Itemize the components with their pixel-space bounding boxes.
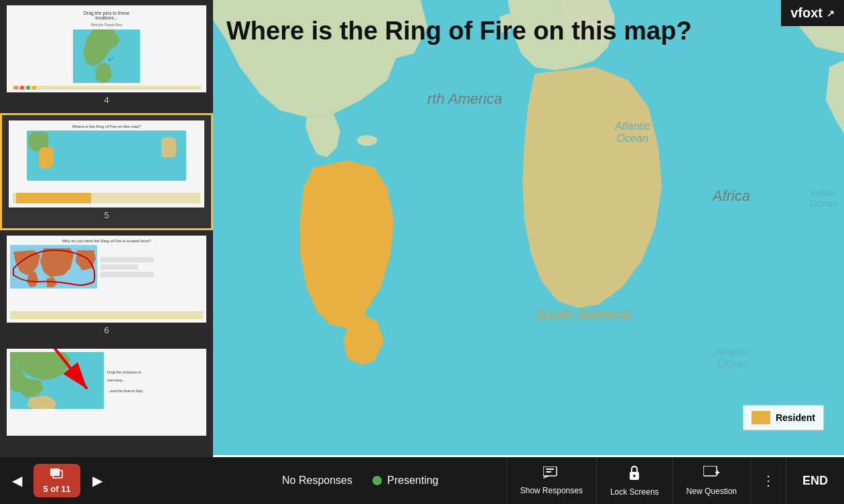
logo-icon: ↗ — [827, 8, 835, 19]
next-slide-button[interactable]: ▶ — [80, 457, 114, 504]
svg-rect-14 — [546, 471, 551, 473]
slide-thumbnail-6: Why do you think the Ring of Fire is loc… — [7, 236, 206, 323]
svg-rect-9 — [50, 469, 60, 476]
slide4-title: Drag the pins to theselocations... — [84, 11, 130, 20]
slide7-number — [7, 436, 206, 441]
slide-icon — [50, 468, 64, 483]
svg-point-1 — [109, 58, 111, 61]
map-legend: Resident — [743, 405, 824, 430]
show-responses-label: Show Responses — [520, 486, 583, 495]
end-button[interactable]: END — [786, 457, 844, 504]
more-icon: ⋮ — [762, 473, 775, 489]
svg-point-8 — [357, 135, 377, 146]
slide-thumbnail-4: Drag the pins to theselocations... Pink … — [7, 5, 206, 92]
slide-item-7[interactable]: Drag the compass to Germany... ...and th… — [0, 343, 213, 446]
new-question-button[interactable]: New Question — [673, 457, 750, 504]
svg-rect-17 — [703, 466, 717, 476]
new-question-label: New Question — [687, 487, 737, 496]
legend-color-swatch — [752, 411, 770, 424]
main-content-area: vfoxt ↗ Where is the Ring of Fire on thi… — [213, 0, 844, 457]
new-question-icon — [703, 466, 719, 484]
logo-text: vfoxt — [790, 5, 823, 21]
slide-item-6[interactable]: Why do you think the Ring of Fire is loc… — [0, 230, 213, 343]
slide-panel: Drag the pins to theselocations... Pink … — [0, 0, 213, 457]
slide5-number: 5 — [9, 207, 204, 223]
question-title: Where is the Ring of Fire on this map? — [213, 7, 764, 56]
slide-counter-button[interactable]: 5 of 11 — [33, 464, 80, 497]
svg-rect-13 — [546, 469, 554, 470]
world-map-svg — [213, 0, 844, 455]
svg-point-16 — [633, 475, 636, 477]
show-responses-icon — [543, 467, 559, 483]
toolbar-right: Show Responses Lock Screens New Ques — [506, 457, 844, 504]
slide4-number: 4 — [7, 92, 206, 108]
slide6-title: Why do you think the Ring of Fire is loc… — [10, 239, 203, 243]
prev-slide-button[interactable]: ◀ — [0, 457, 33, 504]
presenting-indicator: Presenting — [372, 475, 439, 487]
slide-thumbnail-5: Where is the Ring of Fire on this map? — [9, 120, 204, 207]
more-button[interactable]: ⋮ — [750, 457, 786, 504]
slide-item-4[interactable]: Drag the pins to theselocations... Pink … — [0, 0, 213, 113]
lock-screens-button[interactable]: Lock Screens — [596, 457, 673, 504]
next-icon: ▶ — [92, 473, 102, 489]
map-area: rth America Africa South America Atlanti… — [213, 0, 844, 457]
legend-label: Resident — [776, 412, 815, 423]
green-dot-icon — [372, 476, 382, 485]
toolbar-left: ◀ 5 of 11 ▶ — [0, 457, 214, 504]
lock-screens-icon — [628, 465, 641, 485]
logo-bar: vfoxt ↗ — [781, 0, 844, 26]
lock-screens-label: Lock Screens — [610, 487, 659, 497]
prev-icon: ◀ — [12, 473, 22, 489]
slide4-map-svg — [73, 29, 140, 83]
svg-point-2 — [113, 58, 115, 60]
toolbar: ◀ 5 of 11 ▶ No Responses Presenting — [0, 457, 844, 504]
show-responses-button[interactable]: Show Responses — [506, 457, 596, 504]
end-label: END — [802, 474, 828, 487]
slide5-title: Where is the Ring of Fire on this map? — [72, 124, 141, 129]
slide-count-text: 5 of 11 — [43, 484, 70, 494]
slide-item-5[interactable]: Where is the Ring of Fire on this map? 5 — [0, 113, 213, 230]
slide6-number: 6 — [7, 323, 206, 338]
no-responses-label: No Responses — [282, 475, 352, 487]
presenting-label: Presenting — [387, 475, 439, 487]
slide-thumbnail-7: Drag the compass to Germany... ...and th… — [7, 349, 206, 436]
toolbar-status: No Responses Presenting — [214, 475, 506, 487]
